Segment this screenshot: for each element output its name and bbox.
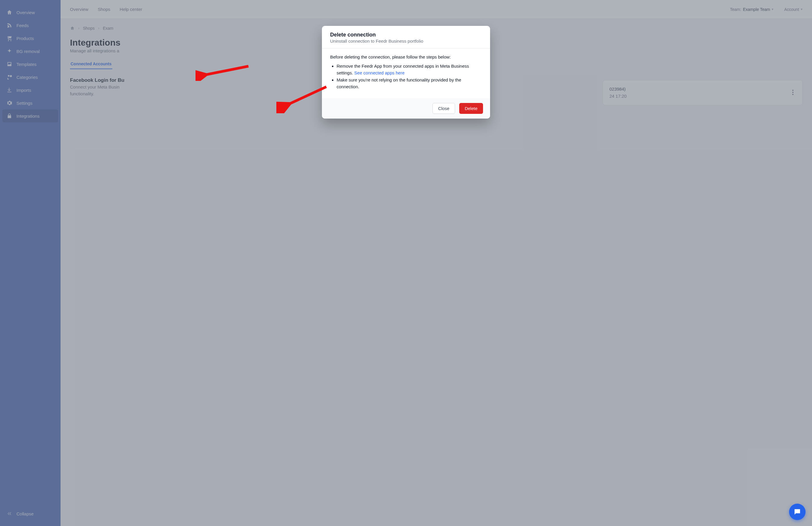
modal-subtitle: Uninstall connection to Feedr Business p… xyxy=(330,39,482,44)
modal: Delete connection Uninstall connection t… xyxy=(322,26,490,118)
modal-title: Delete connection xyxy=(330,32,482,38)
connected-apps-link[interactable]: See connected apps here xyxy=(354,70,405,75)
chat-icon xyxy=(793,508,801,516)
chat-widget-button[interactable] xyxy=(789,503,806,520)
modal-overlay[interactable]: Delete connection Uninstall connection t… xyxy=(0,0,812,526)
modal-step-1: Remove the Feedr App from your connected… xyxy=(337,63,482,76)
delete-button[interactable]: Delete xyxy=(459,103,483,114)
close-button[interactable]: Close xyxy=(433,103,455,114)
modal-step-2: Make sure you're not relying on the func… xyxy=(337,77,482,90)
modal-intro: Before deleting the connection, please f… xyxy=(330,54,482,59)
